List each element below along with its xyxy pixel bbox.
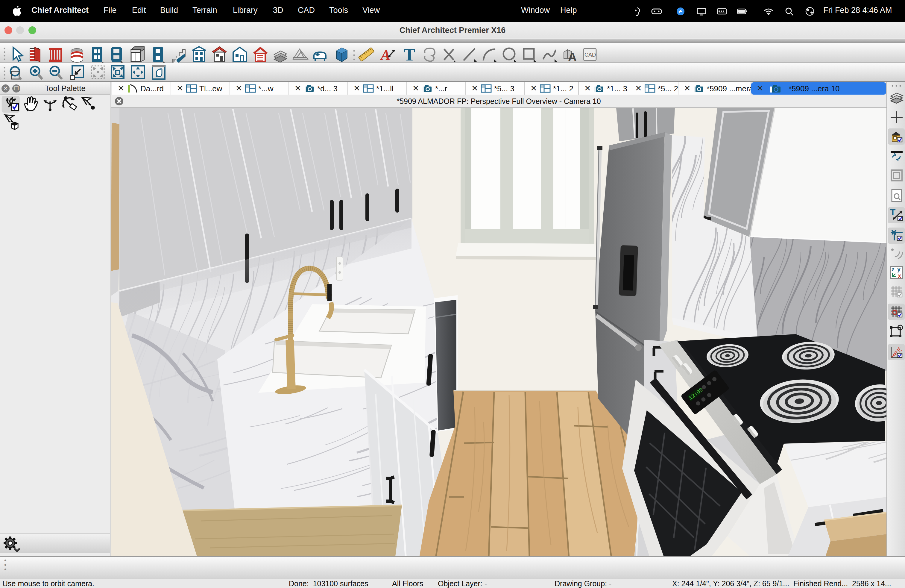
- svg-text:T: T: [404, 45, 415, 63]
- svg-text:z: z: [892, 266, 894, 272]
- svg-text:A: A: [568, 50, 577, 63]
- svg-text:T: T: [890, 207, 895, 217]
- svg-text:x: x: [898, 272, 901, 279]
- svg-text:CAD: CAD: [584, 52, 596, 58]
- svg-text:A: A: [380, 47, 390, 63]
- svg-text:y: y: [897, 266, 901, 272]
